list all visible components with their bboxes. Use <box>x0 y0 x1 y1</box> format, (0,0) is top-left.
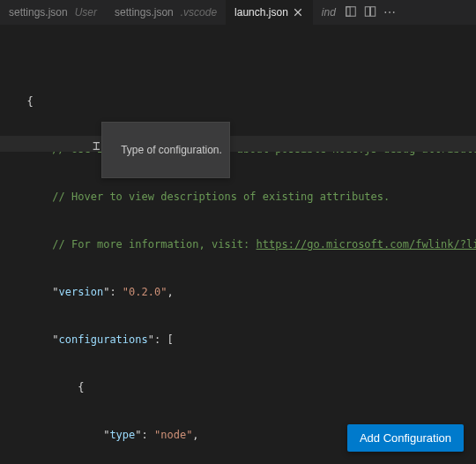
svg-rect-3 <box>370 6 375 16</box>
tab-overflow[interactable]: ind <box>313 0 338 25</box>
tab-label: settings.json <box>115 6 174 19</box>
svg-rect-2 <box>365 6 369 16</box>
close-icon[interactable] <box>292 6 304 19</box>
preview-icon[interactable] <box>345 5 357 20</box>
tab-settings-user[interactable]: settings.json User <box>0 0 106 25</box>
more-actions-icon[interactable]: ⋯ <box>383 6 396 19</box>
code-comment: // For more information, visit: <box>52 236 256 252</box>
tab-launch-json[interactable]: launch.json <box>226 0 313 25</box>
split-editor-icon[interactable] <box>364 5 376 20</box>
tab-label: launch.json <box>234 6 288 19</box>
tab-desc: .vscode <box>181 6 217 19</box>
tab-label: settings.json <box>9 6 68 19</box>
svg-rect-0 <box>346 6 356 16</box>
hover-tooltip: Type of configuration. <box>101 122 230 178</box>
tab-bar: settings.json User settings.json .vscode… <box>0 0 476 25</box>
active-line-highlight <box>0 136 476 152</box>
code-comment: // Hover to view descriptions of existin… <box>52 189 390 205</box>
tab-label: ind <box>322 6 336 19</box>
tab-desc: User <box>75 6 97 19</box>
tab-settings-vscode[interactable]: settings.json .vscode <box>106 0 226 25</box>
text-cursor-icon: ⌶ <box>93 138 100 153</box>
add-configuration-button[interactable]: Add Configuration <box>347 424 464 452</box>
code-editor[interactable]: { // Use IntelliSense to learn about pos… <box>0 25 476 464</box>
svg-rect-1 <box>346 6 350 16</box>
code-link[interactable]: https://go.microsoft.com/fwlink/?li <box>257 236 476 252</box>
